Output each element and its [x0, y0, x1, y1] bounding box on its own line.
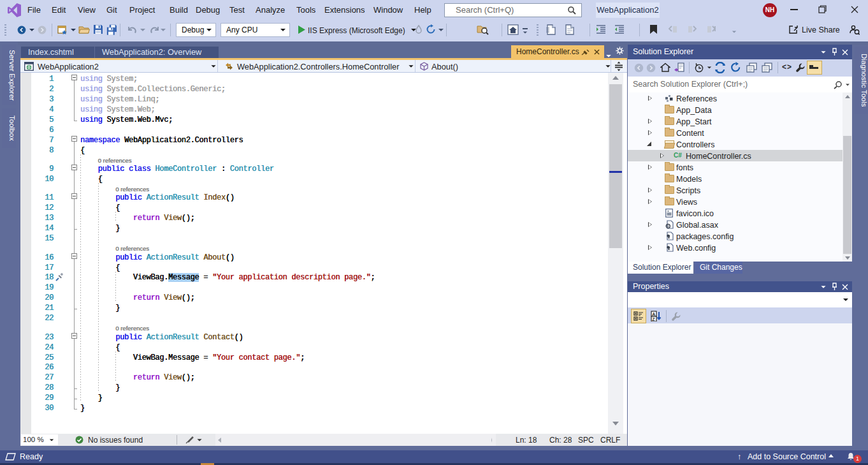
- svg-text:A: A: [652, 312, 655, 316]
- svg-text:Z: Z: [652, 317, 655, 321]
